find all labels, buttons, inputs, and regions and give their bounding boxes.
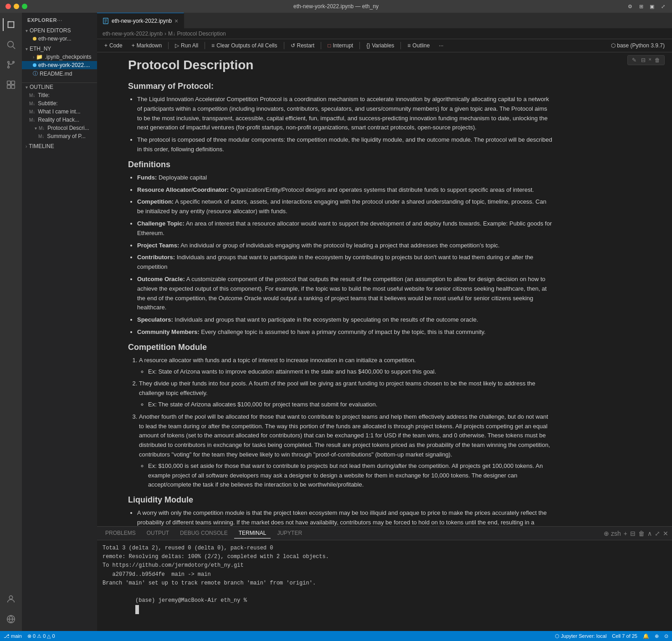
toolbar-separator <box>321 42 321 49</box>
competition-list: A resource allocator with funds and a to… <box>128 356 553 490</box>
split-terminal-icon[interactable]: ⊟ <box>630 530 636 537</box>
restart-button[interactable]: ↺ Restart <box>287 41 318 50</box>
python-label: ⬡ base (Python 3.9.7) <box>611 42 665 49</box>
sidebar-item-notebook[interactable]: eth-new-york-2022.... <box>22 61 97 69</box>
delete-terminal-icon[interactable]: 🗑 <box>638 530 645 537</box>
outline-item-label: Reality of Hack... <box>38 117 79 123</box>
status-bar: ⎇ main ⊗ 0 ⚠ 0 △ 0 ⬡ Jupyter Server: loc… <box>0 631 672 641</box>
more-button[interactable]: ··· <box>435 41 447 50</box>
activity-bar-bottom <box>3 591 19 627</box>
settings-icon[interactable]: ⚙ <box>626 3 634 10</box>
svg-rect-1 <box>8 21 9 28</box>
chevron-icon: ▾ <box>35 126 37 131</box>
outline-section: ▾ OUTLINE M↓ Title: M↓ Subtitle: M↓ What… <box>22 82 97 140</box>
search-icon[interactable] <box>3 36 19 53</box>
comp-item-1: A resource allocator with funds and a to… <box>139 356 553 377</box>
add-icon[interactable]: ⊕ <box>655 633 659 639</box>
outline-item-label: Title: <box>38 92 50 98</box>
python-environment-button[interactable]: ⬡ base (Python 3.9.7) <box>607 41 668 50</box>
explorer-icon[interactable] <box>3 16 19 33</box>
timeline-label[interactable]: › TIMELINE <box>22 142 97 150</box>
open-editor-item[interactable]: eth-new-yor... <box>22 35 97 43</box>
tab-debug-console[interactable]: DEBUG CONSOLE <box>175 528 232 538</box>
add-markdown-button[interactable]: + Markdown <box>128 41 165 50</box>
interrupt-button[interactable]: □ Interrupt <box>324 41 357 50</box>
outline-item-summary[interactable]: M↓ Summary of P... <box>22 132 97 140</box>
cell-count-status[interactable]: Cell 7 of 25 <box>612 633 637 639</box>
layout-icon[interactable]: ⊞ <box>637 3 645 10</box>
clear-outputs-button[interactable]: ≡ Clear Outputs of All Cells <box>208 41 281 50</box>
chevron-icon: ▾ <box>26 85 28 90</box>
svg-rect-3 <box>14 21 15 28</box>
sidebar-item-checkpoints[interactable]: › 📁 .ipynb_checkpoints <box>22 53 97 61</box>
tab-jupyter[interactable]: JUPYTER <box>272 528 307 538</box>
breadcrumb-part1[interactable]: eth-new-york-2022.ipynb <box>103 31 163 37</box>
app-layout: EXPLORER ··· ▾ OPEN EDITORS eth-new-yor.… <box>0 13 672 631</box>
close-panel-icon[interactable]: ✕ <box>663 530 668 537</box>
sidebar-item-readme[interactable]: ⓘ README.md <box>22 69 97 78</box>
outline-item-whaticame[interactable]: M↓ What I came int... <box>22 108 97 116</box>
outline-item-label: What I came int... <box>38 108 80 115</box>
run-all-button[interactable]: ▷ Run All <box>171 41 202 50</box>
tab-output[interactable]: OUTPUT <box>142 528 174 538</box>
outline-badge: M↓ <box>38 134 44 139</box>
comp-sub-2: Ex: The state of Arizona allocates $100,… <box>148 400 553 410</box>
toolbar-right: ⬡ base (Python 3.9.7) <box>607 41 668 50</box>
outline-item-reality[interactable]: M↓ Reality of Hack... <box>22 116 97 124</box>
def-term: Resource Allocator/Coordinator: <box>137 186 229 193</box>
source-control-icon[interactable] <box>3 56 19 73</box>
tab-problems[interactable]: PROBLEMS <box>101 528 140 538</box>
cell-toolbar: ✎ ⊟ × 🗑 <box>627 55 665 65</box>
comp-sub-3: Ex: $100,000 is set aside for those that… <box>148 462 553 490</box>
fullscreen-icon[interactable]: ⤢ <box>659 3 667 10</box>
svg-point-7 <box>8 62 10 63</box>
comp-item-3: Another fourth of the pool will be alloc… <box>139 412 553 490</box>
def-speculators: Speculators: Individuals and groups that… <box>137 315 553 325</box>
git-branch-status[interactable]: ⎇ main <box>4 633 22 639</box>
minimize-button[interactable] <box>14 4 19 9</box>
outline-item-protocol[interactable]: ▾ M↓ Protocol Descri... <box>22 124 97 132</box>
open-editors-label[interactable]: ▾ OPEN EDITORS <box>22 26 97 35</box>
jupyter-server-status[interactable]: ⬡ Jupyter Server: local <box>555 633 606 639</box>
outline-item-title[interactable]: M↓ Title: <box>22 91 97 99</box>
list-icon: ≡ <box>211 42 215 49</box>
split-cell-button[interactable]: ⊟ <box>640 56 647 64</box>
edit-cell-button[interactable]: ✎ <box>631 56 638 64</box>
outline-badge: M↓ <box>29 118 35 123</box>
breadcrumb-part2[interactable]: M↓ Protocol Description <box>168 31 226 37</box>
outline-button[interactable]: ≡ Outline <box>404 41 433 50</box>
definitions-title: Definitions <box>128 160 553 169</box>
notification-icon[interactable]: 🔔 <box>643 633 649 639</box>
extensions-icon[interactable] <box>3 77 19 93</box>
add-terminal-icon[interactable]: + <box>624 530 627 537</box>
collapse-icon[interactable]: ∧ <box>647 530 652 537</box>
def-funds: Funds: Deployable capital <box>137 173 553 183</box>
remote-icon[interactable] <box>3 611 19 627</box>
tab-close-icon[interactable]: × <box>174 17 178 25</box>
breadcrumb-separator: › <box>164 31 166 37</box>
tab-notebook[interactable]: eth-new-york-2022.ipynb × <box>97 13 184 28</box>
maximize-panel-icon[interactable]: ⤢ <box>655 530 660 537</box>
title-bar-actions: ⚙ ⊞ ▣ ⤢ <box>626 3 667 10</box>
terminal-line-6: (base) jeremy@MacBook-Air eth_ny % <box>103 588 667 623</box>
account-icon[interactable] <box>3 591 19 607</box>
outline-label[interactable]: ▾ OUTLINE <box>22 83 97 91</box>
add-code-button[interactable]: + Code <box>101 41 126 50</box>
terminal-line-2: remote: Resolving deltas: 100% (2/2), co… <box>103 553 667 561</box>
toolbar: + Code + Markdown ▷ Run All ≡ Clear Outp… <box>97 39 672 52</box>
eth-ny-root-label[interactable]: ▾ ETH_NY <box>22 45 97 53</box>
markdown-label: Markdown <box>137 42 162 49</box>
play-icon: ▷ <box>175 42 179 49</box>
svg-rect-13 <box>7 85 10 88</box>
def-term: Funds: <box>137 174 157 181</box>
delete-cell-button[interactable]: 🗑 <box>653 56 662 64</box>
outline-item-subtitle[interactable]: M↓ Subtitle: <box>22 99 97 108</box>
tab-terminal[interactable]: TERMINAL <box>234 528 271 538</box>
settings-icon[interactable]: ⊙ <box>664 633 668 639</box>
maximize-button[interactable] <box>22 4 27 9</box>
errors-warnings-status[interactable]: ⊗ 0 ⚠ 0 △ 0 <box>27 633 55 639</box>
close-button[interactable] <box>5 4 11 9</box>
explorer-more-icon[interactable]: ··· <box>57 16 62 24</box>
sidebar-icon[interactable]: ▣ <box>648 3 656 10</box>
variables-button[interactable]: {} Variables <box>363 41 398 50</box>
